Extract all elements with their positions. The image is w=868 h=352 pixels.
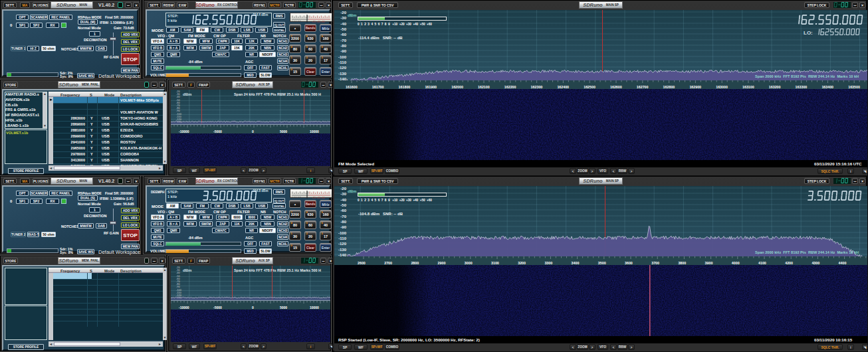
svg-text:1 3 5 7 9: 1 3 5 7 9 (292, 21, 301, 23)
svg-text:+20 +40 +60: +20 +40 +60 (312, 197, 325, 199)
svg-text:+20 +40 +60: +20 +40 +60 (312, 21, 325, 23)
svg-text:1 3 5 7 9: 1 3 5 7 9 (292, 197, 301, 199)
